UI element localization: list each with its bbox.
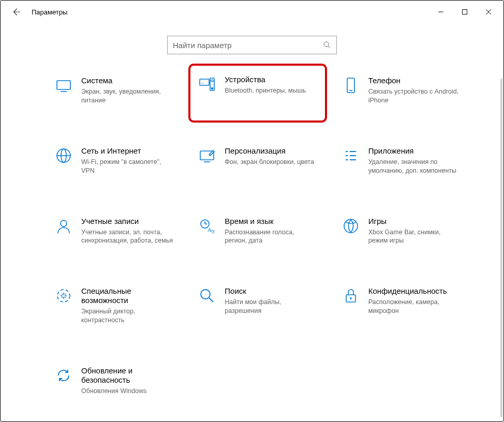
tile-gaming[interactable]: ИгрыXbox Game Bar, снимки, режим игры [339,214,464,249]
accounts-icon [54,217,73,235]
tile-text: ПоискНайти мои файлы, разрешения [225,287,318,315]
svg-point-27 [61,220,67,227]
phone-icon [342,76,360,95]
system-icon [54,76,73,95]
tile-search[interactable]: ПоискНайти мои файлы, разрешения [196,283,320,328]
svg-point-33 [344,219,358,233]
tile-title: Учетные записи [81,217,174,226]
tile-text: КонфиденциальностьРасположение, камера, … [368,287,462,315]
tile-text: СистемаЭкран, звук, уведомления, питание [81,76,174,105]
tile-accounts[interactable]: Учетные записиУчетные записи, эл. почта,… [52,214,176,249]
tile-subtitle: Распознавание голоса, регион, дата [225,228,318,246]
tile-title: Устройства [225,75,306,84]
personalization-icon [198,146,216,165]
search-icon [198,287,216,305]
minimize-button[interactable] [429,4,453,20]
tile-text: Время и языкРаспознавание голоса, регион… [225,217,318,246]
tile-title: Специальные возможности [81,287,174,305]
tile-apps[interactable]: ПриложенияУдаление, значения по умолчани… [339,143,464,178]
svg-rect-8 [200,79,209,85]
close-button[interactable] [477,4,500,20]
tile-title: Приложения [368,146,462,156]
tile-time[interactable]: A字Время и языкРаспознавание голоса, реги… [196,214,320,249]
content: СистемаЭкран, звук, уведомления, питание… [1,73,503,399]
update-icon [54,366,73,385]
tile-subtitle: Bluetooth, принтеры, мышь [225,86,306,95]
svg-point-35 [201,290,210,299]
tile-title: Игры [368,217,462,226]
tile-system[interactable]: СистемаЭкран, звук, уведомления, питание [52,73,176,108]
tile-text: Специальные возможностиЭкранный диктор, … [81,287,174,325]
tile-title: Конфиденциальность [368,287,462,296]
network-icon [54,146,73,165]
tile-text: Сеть и ИнтернетWi-Fi, режим "в самолете"… [81,146,174,175]
tile-text: ПерсонализацияФон, экран блокировки, цве… [225,146,314,167]
tile-title: Поиск [225,287,318,296]
tile-subtitle: Учетные записи, эл. почта, синхронизация… [81,228,174,246]
close-icon [485,9,492,15]
tile-title: Обновление и безопасность [81,366,174,385]
tile-text: ПриложенияУдаление, значения по умолчани… [368,146,462,175]
back-arrow-icon [11,7,21,17]
window-controls [429,4,500,20]
svg-rect-6 [57,81,70,89]
tile-subtitle: Связать устройство с Android, iPhone [368,87,462,105]
tile-privacy[interactable]: КонфиденциальностьРасположение, камера, … [339,283,464,328]
tile-subtitle: Wi-Fi, режим "в самолете", VPN [81,158,174,175]
tile-update[interactable]: Обновление и безопасностьОбновления Wind… [52,363,176,399]
tile-personalization[interactable]: ПерсонализацияФон, экран блокировки, цве… [196,143,320,178]
tile-subtitle: Экранный диктор, контрастность [81,307,174,325]
titlebar: Параметры [1,1,503,23]
tile-text: Обновление и безопасностьОбновления Wind… [81,366,174,396]
tile-title: Система [81,76,174,85]
svg-line-5 [328,46,330,48]
tile-text: Учетные записиУчетные записи, эл. почта,… [81,217,174,246]
maximize-button[interactable] [453,4,477,20]
svg-point-10 [203,83,204,84]
svg-rect-1 [463,10,467,14]
tile-network[interactable]: Сеть и ИнтернетWi-Fi, режим "в самолете"… [52,143,176,178]
tile-text: ТелефонСвязать устройство с Android, iPh… [368,76,462,105]
ease-icon [54,287,73,305]
scrollbar[interactable] [500,78,502,417]
privacy-icon [342,287,360,305]
search-input[interactable] [173,41,323,50]
tile-title: Сеть и Интернет [81,146,174,156]
search-icon [323,41,331,49]
tile-subtitle: Найти мои файлы, разрешения [225,298,318,315]
tile-subtitle: Расположение, камера, микрофон [368,298,462,315]
minimize-icon [438,9,444,15]
search-box[interactable] [167,36,337,54]
tile-title: Персонализация [225,146,314,156]
svg-point-34 [57,290,70,302]
svg-point-4 [324,42,329,47]
tile-devices[interactable]: УстройстваBluetooth, принтеры, мышь [188,64,327,123]
tile-subtitle: Экран, звук, уведомления, питание [81,87,174,105]
window-title: Параметры [32,8,67,16]
tile-subtitle: Удаление, значения по умолчанию, доп. ко… [368,158,462,175]
tile-phone[interactable]: ТелефонСвязать устройство с Android, iPh… [339,73,464,108]
devices-icon [198,75,216,94]
tile-text: УстройстваBluetooth, принтеры, мышь [225,75,306,95]
gaming-icon [342,217,360,235]
tile-subtitle: Обновления Windows [81,387,174,396]
tile-subtitle: Xbox Game Bar, снимки, режим игры [368,228,462,246]
tile-title: Время и язык [225,217,318,226]
maximize-icon [462,9,468,15]
settings-window: Параметры СистемаЭкран, звук, уведомлени… [0,0,504,422]
settings-grid: СистемаЭкран, звук, уведомления, питание… [52,73,467,399]
tile-ease[interactable]: Специальные возможностиЭкранный диктор, … [52,283,176,328]
svg-text:字: 字 [211,230,215,234]
svg-rect-13 [211,87,213,89]
tile-subtitle: Фон, экран блокировки, цвета [225,158,314,167]
tile-text: ИгрыXbox Game Bar, снимки, режим игры [368,217,462,246]
svg-point-9 [202,83,203,84]
svg-line-36 [209,298,213,302]
apps-icon [342,146,360,165]
time-icon: A字 [198,217,216,235]
tile-title: Телефон [368,76,462,85]
svg-point-12 [211,80,213,82]
back-button[interactable] [8,4,24,20]
